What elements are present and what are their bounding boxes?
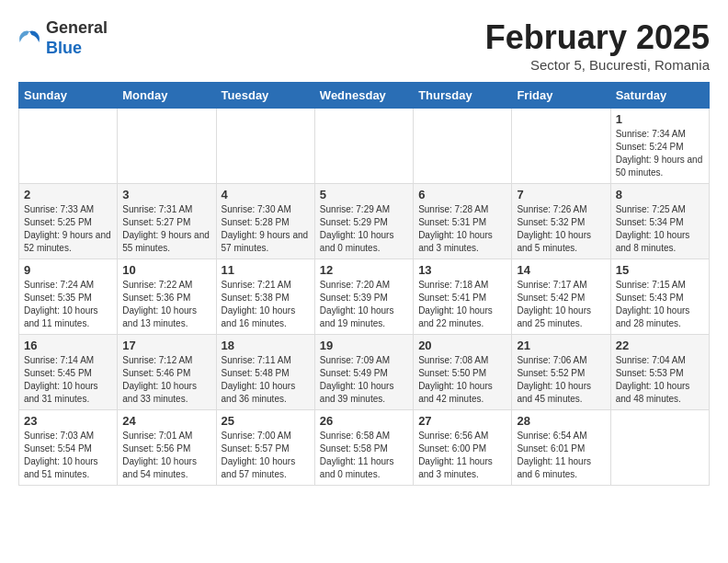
subtitle: Sector 5, Bucuresti, Romania — [485, 57, 710, 73]
calendar-cell: 25Sunrise: 7:00 AMSunset: 5:57 PMDayligh… — [216, 410, 314, 486]
day-detail: Sunrise: 7:12 AMSunset: 5:46 PMDaylight:… — [122, 354, 210, 406]
title-block: February 2025 Sector 5, Bucuresti, Roman… — [485, 18, 710, 73]
logo-general-text: General — [46, 18, 108, 37]
calendar-cell: 23Sunrise: 7:03 AMSunset: 5:54 PMDayligh… — [19, 410, 118, 486]
day-number: 18 — [222, 339, 310, 352]
day-number: 13 — [418, 263, 506, 277]
day-detail: Sunrise: 7:29 AMSunset: 5:29 PMDaylight:… — [320, 203, 408, 255]
day-number: 10 — [122, 263, 210, 277]
day-number: 28 — [517, 414, 605, 428]
day-detail: Sunrise: 7:04 AMSunset: 5:53 PMDaylight:… — [616, 354, 704, 406]
day-number: 7 — [517, 188, 605, 201]
calendar-cell: 20Sunrise: 7:08 AMSunset: 5:50 PMDayligh… — [414, 335, 512, 410]
calendar-cell: 10Sunrise: 7:22 AMSunset: 5:36 PMDayligh… — [118, 259, 216, 335]
day-detail: Sunrise: 7:34 AMSunset: 5:24 PMDaylight:… — [616, 128, 704, 179]
day-number: 24 — [122, 414, 210, 428]
week-row-5: 23Sunrise: 7:03 AMSunset: 5:54 PMDayligh… — [19, 410, 710, 486]
calendar-cell: 19Sunrise: 7:09 AMSunset: 5:49 PMDayligh… — [314, 335, 413, 410]
calendar-cell: 1Sunrise: 7:34 AMSunset: 5:24 PMDaylight… — [610, 109, 709, 184]
month-title: February 2025 — [485, 18, 710, 57]
calendar-cell: 22Sunrise: 7:04 AMSunset: 5:53 PMDayligh… — [610, 335, 709, 410]
weekday-header-monday: Monday — [118, 83, 216, 109]
week-row-2: 2Sunrise: 7:33 AMSunset: 5:25 PMDaylight… — [19, 184, 710, 259]
calendar-cell: 7Sunrise: 7:26 AMSunset: 5:32 PMDaylight… — [512, 184, 610, 259]
day-number: 25 — [222, 414, 310, 428]
day-detail: Sunrise: 7:17 AMSunset: 5:42 PMDaylight:… — [517, 279, 605, 330]
calendar-table: SundayMondayTuesdayWednesdayThursdayFrid… — [18, 82, 710, 486]
day-number: 16 — [24, 339, 112, 352]
calendar-cell — [314, 109, 413, 184]
day-detail: Sunrise: 7:26 AMSunset: 5:32 PMDaylight:… — [517, 203, 605, 255]
day-number: 23 — [24, 414, 112, 428]
weekday-header-sunday: Sunday — [19, 83, 118, 109]
day-number: 17 — [122, 339, 210, 352]
weekday-header-thursday: Thursday — [414, 83, 512, 109]
day-detail: Sunrise: 7:18 AMSunset: 5:41 PMDaylight:… — [418, 279, 506, 330]
day-detail: Sunrise: 7:25 AMSunset: 5:34 PMDaylight:… — [616, 203, 704, 255]
calendar-cell: 21Sunrise: 7:06 AMSunset: 5:52 PMDayligh… — [512, 335, 610, 410]
calendar-cell: 13Sunrise: 7:18 AMSunset: 5:41 PMDayligh… — [414, 259, 512, 335]
weekday-header-row: SundayMondayTuesdayWednesdayThursdayFrid… — [19, 83, 710, 109]
calendar-cell: 12Sunrise: 7:20 AMSunset: 5:39 PMDayligh… — [314, 259, 413, 335]
day-detail: Sunrise: 7:01 AMSunset: 5:56 PMDaylight:… — [122, 430, 210, 481]
calendar-cell — [512, 109, 610, 184]
day-detail: Sunrise: 7:08 AMSunset: 5:50 PMDaylight:… — [418, 354, 506, 406]
day-number: 27 — [418, 414, 506, 428]
day-detail: Sunrise: 7:09 AMSunset: 5:49 PMDaylight:… — [320, 354, 408, 406]
day-number: 14 — [517, 263, 605, 277]
calendar-cell — [118, 109, 216, 184]
calendar-cell: 4Sunrise: 7:30 AMSunset: 5:28 PMDaylight… — [216, 184, 314, 259]
calendar-cell — [414, 109, 512, 184]
calendar-cell: 14Sunrise: 7:17 AMSunset: 5:42 PMDayligh… — [512, 259, 610, 335]
week-row-1: 1Sunrise: 7:34 AMSunset: 5:24 PMDaylight… — [19, 109, 710, 184]
day-detail: Sunrise: 7:30 AMSunset: 5:28 PMDaylight:… — [222, 203, 310, 255]
day-detail: Sunrise: 7:03 AMSunset: 5:54 PMDaylight:… — [24, 430, 112, 481]
weekday-header-saturday: Saturday — [610, 83, 709, 109]
day-number: 3 — [122, 188, 210, 201]
day-number: 1 — [616, 112, 704, 126]
day-detail: Sunrise: 7:33 AMSunset: 5:25 PMDaylight:… — [24, 203, 112, 255]
day-detail: Sunrise: 7:15 AMSunset: 5:43 PMDaylight:… — [616, 279, 704, 330]
calendar-cell — [610, 410, 709, 486]
day-number: 11 — [222, 263, 310, 277]
day-detail: Sunrise: 7:24 AMSunset: 5:35 PMDaylight:… — [24, 279, 112, 330]
calendar-cell: 28Sunrise: 6:54 AMSunset: 6:01 PMDayligh… — [512, 410, 610, 486]
day-number: 21 — [517, 339, 605, 352]
day-number: 12 — [320, 263, 408, 277]
week-row-4: 16Sunrise: 7:14 AMSunset: 5:45 PMDayligh… — [19, 335, 710, 410]
day-detail: Sunrise: 7:31 AMSunset: 5:27 PMDaylight:… — [122, 203, 210, 255]
day-number: 26 — [320, 414, 408, 428]
weekday-header-wednesday: Wednesday — [314, 83, 413, 109]
calendar-cell — [216, 109, 314, 184]
day-detail: Sunrise: 7:22 AMSunset: 5:36 PMDaylight:… — [122, 279, 210, 330]
day-detail: Sunrise: 7:14 AMSunset: 5:45 PMDaylight:… — [24, 354, 112, 406]
page-header: General Blue February 2025 Sector 5, Buc… — [18, 18, 710, 73]
logo-blue-text: Blue — [46, 39, 82, 57]
logo: General Blue — [18, 18, 108, 58]
calendar-cell: 17Sunrise: 7:12 AMSunset: 5:46 PMDayligh… — [118, 335, 216, 410]
day-number: 5 — [320, 188, 408, 201]
day-number: 22 — [616, 339, 704, 352]
day-number: 15 — [616, 263, 704, 277]
calendar-cell: 6Sunrise: 7:28 AMSunset: 5:31 PMDaylight… — [414, 184, 512, 259]
week-row-3: 9Sunrise: 7:24 AMSunset: 5:35 PMDaylight… — [19, 259, 710, 335]
calendar-cell: 16Sunrise: 7:14 AMSunset: 5:45 PMDayligh… — [19, 335, 118, 410]
weekday-header-friday: Friday — [512, 83, 610, 109]
calendar-cell: 8Sunrise: 7:25 AMSunset: 5:34 PMDaylight… — [610, 184, 709, 259]
day-detail: Sunrise: 6:54 AMSunset: 6:01 PMDaylight:… — [517, 430, 605, 481]
logo-icon — [18, 28, 40, 50]
calendar-cell: 3Sunrise: 7:31 AMSunset: 5:27 PMDaylight… — [118, 184, 216, 259]
day-number: 6 — [418, 188, 506, 201]
calendar-cell: 5Sunrise: 7:29 AMSunset: 5:29 PMDaylight… — [314, 184, 413, 259]
day-detail: Sunrise: 7:20 AMSunset: 5:39 PMDaylight:… — [320, 279, 408, 330]
day-number: 2 — [24, 188, 112, 201]
calendar-cell: 15Sunrise: 7:15 AMSunset: 5:43 PMDayligh… — [610, 259, 709, 335]
calendar-cell: 26Sunrise: 6:58 AMSunset: 5:58 PMDayligh… — [314, 410, 413, 486]
calendar-cell: 18Sunrise: 7:11 AMSunset: 5:48 PMDayligh… — [216, 335, 314, 410]
day-number: 19 — [320, 339, 408, 352]
day-detail: Sunrise: 7:21 AMSunset: 5:38 PMDaylight:… — [222, 279, 310, 330]
day-detail: Sunrise: 6:58 AMSunset: 5:58 PMDaylight:… — [320, 430, 408, 481]
day-number: 9 — [24, 263, 112, 277]
day-detail: Sunrise: 7:00 AMSunset: 5:57 PMDaylight:… — [222, 430, 310, 481]
calendar-cell: 9Sunrise: 7:24 AMSunset: 5:35 PMDaylight… — [19, 259, 118, 335]
